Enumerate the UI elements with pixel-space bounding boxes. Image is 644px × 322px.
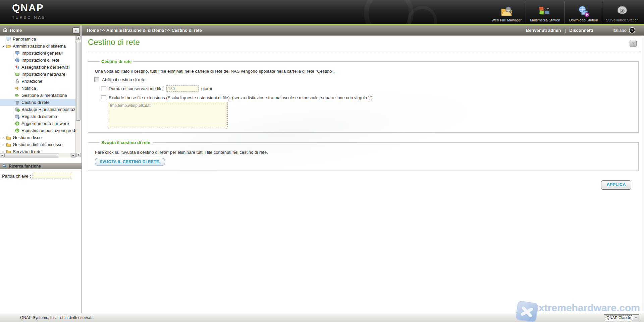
app-multimedia-station[interactable]: Multimedia Station: [526, 1, 564, 23]
sidebar-header: Home «: [0, 25, 80, 36]
tree-item-registri-di-sistema[interactable]: Registri di sistema: [0, 113, 75, 120]
apply-button[interactable]: APPLICA: [601, 180, 631, 190]
tree-item-label: Gestione disco: [13, 135, 42, 140]
tree-item-gestione-alimentazione[interactable]: Gestione alimentazione: [0, 92, 75, 99]
function-search-header: Ricerca funzione: [0, 163, 82, 169]
title-separator: [88, 52, 641, 52]
expander-collapsed-icon[interactable]: ▷: [1, 150, 5, 153]
tree-item-label: Panoramica: [13, 37, 36, 42]
power-icon: [14, 93, 20, 98]
notification-icon: [14, 86, 20, 91]
tree-item-ripristina-impostazioni-predefinite[interactable]: Ripristina impostazioni predefinite: [0, 127, 75, 134]
tree-item-notifica[interactable]: Notifica: [0, 85, 75, 92]
extensions-textarea[interactable]: tmp,temp,wtmp,blk,dat: [108, 102, 228, 128]
tree-item-cestino-di-rete[interactable]: Cestino di rete: [0, 99, 75, 106]
general-settings-icon: [14, 51, 20, 56]
tree-item-impostazioni-di-rete[interactable]: Impostazioni di rete: [0, 57, 75, 64]
tree-item-label: Aggiornamento firmware: [21, 121, 69, 126]
session-divider: |: [565, 28, 566, 33]
tree-vertical-scrollbar[interactable]: ▲ ▼: [75, 36, 80, 157]
app-download-station[interactable]: Download Station: [564, 1, 603, 23]
retention-row: Durata di conservazione file: giorni: [101, 85, 632, 92]
nav-tree: Panoramica◢Amministrazione di sistemaImp…: [0, 36, 75, 153]
scroll-left-button[interactable]: ◀: [0, 153, 4, 157]
tree-item-impostazioni-hardware[interactable]: Impostazioni hardware: [0, 71, 75, 78]
app-label: Surveillance Station: [606, 18, 638, 22]
recycle-description: Una volta abilitato il cestino, tutti i …: [95, 69, 632, 74]
scroll-right-button[interactable]: ▶: [71, 153, 75, 157]
tree-item-label: Registri di sistema: [21, 114, 57, 119]
tree-item-gestione-diritti-di-accesso[interactable]: ▷Gestione diritti di accesso: [0, 141, 75, 148]
keyword-search-row: Parola chiave :: [2, 173, 72, 179]
tree-horizontal-scrollbar[interactable]: ◀ ▶: [0, 153, 75, 157]
theme-select-value: QNAP Classic: [604, 315, 633, 321]
retention-suffix: giorni: [201, 86, 212, 91]
sidebar-panel-title: Home: [10, 28, 22, 33]
vertical-scroll-thumb[interactable]: [76, 42, 80, 121]
scroll-down-button[interactable]: ▼: [76, 153, 80, 157]
keyword-input[interactable]: [33, 173, 72, 179]
service-binding-icon: [14, 65, 20, 70]
folder-icon: [6, 149, 11, 153]
scroll-up-button[interactable]: ▲: [76, 36, 80, 40]
expander-collapsed-icon[interactable]: ▷: [1, 143, 5, 146]
tree-item-label: Protezione: [21, 79, 42, 84]
retention-label: Durata di conservazione file:: [109, 86, 164, 91]
system-logs-icon: [14, 114, 20, 119]
empty-section-legend: Svuota il cestino di rete.: [100, 140, 153, 145]
topbar: QNAP TURBO NAS Web File ManagerMultimedi…: [0, 0, 644, 24]
help-button[interactable]: ?: [630, 40, 637, 47]
logout-link[interactable]: Disconnetti: [569, 28, 593, 33]
page-title: Cestino di rete: [88, 38, 140, 47]
surveillance-station-icon: [616, 5, 629, 17]
tree-item-protezione[interactable]: Protezione: [0, 78, 75, 85]
language-label: Italiano: [612, 28, 627, 33]
tree-item-label: Backup/ Ripristina impostazioni: [21, 107, 75, 112]
exclude-extensions-label: Exclude these file extensions (Escludi q…: [109, 95, 373, 100]
language-selector[interactable]: Italiano ▼: [612, 27, 635, 34]
logo-tagline: TURBO NAS: [12, 15, 46, 19]
app-surveillance-station[interactable]: Surveillance Station: [603, 1, 641, 23]
expander-collapsed-icon[interactable]: ▷: [1, 136, 5, 139]
theme-select[interactable]: QNAP Classic ▼: [604, 314, 639, 321]
exclude-extensions-checkbox[interactable]: [101, 95, 106, 100]
sidebar: Panoramica◢Amministrazione di sistemaImp…: [0, 36, 82, 313]
tree-item-label: Ripristina impostazioni predefinite: [21, 128, 75, 133]
web-file-manager-icon: [500, 5, 513, 17]
function-search-title: Ricerca funzione: [9, 164, 41, 169]
recycle-section-legend: Cestino di rete: [100, 59, 133, 64]
overview-icon: [6, 37, 11, 42]
tree-item-amministrazione-di-sistema[interactable]: ◢Amministrazione di sistema: [0, 43, 75, 50]
qnap-logo: QNAP TURBO NAS: [12, 3, 46, 19]
footer-bar: QNAP Systems, Inc. Tutti i diritti riser…: [0, 313, 644, 322]
retention-days-input[interactable]: [166, 85, 199, 92]
horizontal-scroll-thumb[interactable]: [4, 153, 58, 157]
folder-icon: [6, 142, 11, 147]
tree-item-panoramica[interactable]: Panoramica: [0, 36, 75, 43]
tree-item-backup-ripristina-impostazioni[interactable]: Backup/ Ripristina impostazioni: [0, 106, 75, 113]
tree-item-assegnazione-dei-servizi[interactable]: Assegnazione dei servizi: [0, 64, 75, 71]
backup-restore-icon: [14, 107, 20, 112]
search-icon: [2, 164, 7, 169]
main-content: Cestino di rete ? Cestino di rete Una vo…: [83, 36, 644, 313]
empty-recycle-section: Svuota il cestino di rete. Fare click su…: [88, 140, 639, 171]
tree-item-servizio-di-rete[interactable]: ▷Servizio di rete: [0, 148, 75, 153]
tree-item-label: Assegnazione dei servizi: [21, 65, 69, 70]
tree-item-label: Impostazioni di rete: [21, 58, 59, 63]
app-label: Web File Manager: [491, 18, 522, 22]
empty-recycle-button[interactable]: SVUOTA IL CESTINO DI RETE.: [95, 158, 165, 166]
tree-item-impostazioni-generali[interactable]: Impostazioni generali: [0, 50, 75, 57]
tree-item-label: Gestione diritti di accesso: [13, 142, 62, 147]
recycle-bin-settings-section: Cestino di rete Una volta abilitato il c…: [88, 59, 639, 133]
enable-recycle-checkbox[interactable]: [94, 77, 99, 82]
download-station-icon: [577, 5, 590, 17]
empty-description: Fare click su "Svuota il cestino di rete…: [95, 150, 632, 155]
retention-checkbox[interactable]: [101, 86, 106, 91]
tree-item-gestione-disco[interactable]: ▷Gestione disco: [0, 134, 75, 141]
expander-expanded-icon[interactable]: ◢: [1, 45, 5, 48]
collapse-sidebar-button[interactable]: «: [72, 27, 79, 34]
tree-item-aggiornamento-firmware[interactable]: Aggiornamento firmware: [0, 120, 75, 127]
app-web-file-manager[interactable]: Web File Manager: [487, 1, 526, 23]
breadcrumb: Home >> Amministrazione di sistema >> Ce…: [87, 28, 202, 33]
enable-recycle-row: Abilita il cestino di rete: [94, 77, 632, 82]
